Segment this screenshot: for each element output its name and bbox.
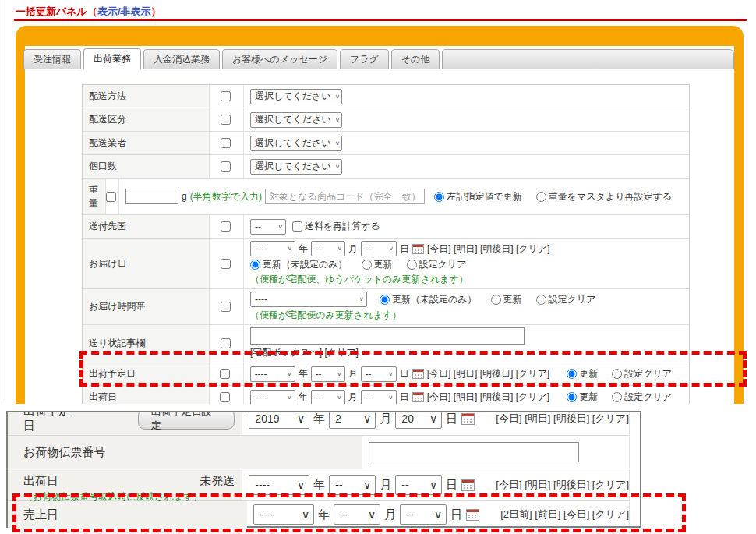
detail-slip-label: お荷物伝票番号: [8, 436, 362, 469]
carrier-select[interactable]: 選択してください∨: [250, 136, 342, 151]
invoice-note-checkbox[interactable]: [221, 338, 231, 348]
detail-ship-date-year-select[interactable]: ----∨: [249, 475, 309, 495]
invoice-note-shortcuts[interactable]: [宅配ボックスへ] [クリア]: [250, 346, 359, 359]
delivery-time-select[interactable]: ----∨: [250, 292, 367, 307]
delivery-method-checkbox[interactable]: [221, 91, 231, 101]
row-label: 配送区分: [83, 108, 210, 131]
chevron-down-icon: ∨: [337, 371, 342, 377]
day-suffix: 日: [450, 507, 462, 522]
detail-ship-date-day-select[interactable]: --∨: [395, 475, 442, 495]
calendar-icon[interactable]: [412, 369, 424, 379]
package-count-select[interactable]: 選択してください∨: [250, 159, 342, 175]
tab-payment[interactable]: 入金消込業務: [143, 49, 220, 69]
tab-flag[interactable]: フラグ: [340, 49, 389, 69]
ship-plan-year-select[interactable]: ----∨: [250, 366, 295, 382]
tab-order-info[interactable]: 受注情報: [23, 49, 81, 69]
shipping-form-table: 配送方法 選択してください∨ 配送区分 選択してください∨ 配送業者 選択してく…: [82, 84, 690, 404]
delivery-time-update-unset-radio[interactable]: [380, 295, 390, 305]
ship-date-checkbox[interactable]: [220, 392, 230, 402]
calendar-icon[interactable]: [466, 509, 479, 521]
delivery-class-checkbox[interactable]: [221, 115, 231, 125]
detail-ship-plan-day-select[interactable]: 20∨: [395, 412, 442, 429]
delivery-date-checkbox[interactable]: [221, 259, 231, 269]
delivery-time-checkbox[interactable]: [221, 302, 231, 312]
chevron-down-icon: ∨: [335, 117, 341, 123]
ship-date-clear-radio[interactable]: [612, 392, 622, 402]
calendar-icon[interactable]: [412, 392, 424, 402]
year-suffix: 年: [318, 507, 330, 522]
chevron-down-icon: ∨: [434, 508, 442, 521]
year-suffix: 年: [313, 478, 325, 493]
detail-ship-date-month-select[interactable]: --∨: [329, 475, 376, 495]
row-label: お届け時間帯: [83, 289, 210, 324]
year-suffix: 年: [299, 391, 308, 404]
chevron-down-icon: ∨: [297, 479, 305, 491]
ship-plan-setting-button[interactable]: 出荷予定日設定: [138, 412, 235, 430]
delivery-time-clear-radio[interactable]: [536, 295, 546, 305]
ship-plan-update-radio[interactable]: [567, 369, 577, 379]
delivery-time-update-radio[interactable]: [491, 295, 501, 305]
month-suffix: 月: [384, 507, 396, 522]
ship-date-update-radio[interactable]: [567, 392, 577, 402]
recalc-shipping-checkbox[interactable]: [292, 221, 302, 232]
calendar-icon[interactable]: [412, 244, 424, 254]
row-invoice-note: 送り状記事欄 [宅配ボックスへ] [クリア]: [83, 325, 689, 362]
date-shortcuts[interactable]: [今日] [明日] [明後日] [クリア]: [427, 367, 550, 380]
row-label: 配送方法: [83, 85, 210, 108]
tab-shipping[interactable]: 出荷業務: [83, 48, 141, 69]
delivery-date-year-select[interactable]: ----∨: [250, 241, 295, 256]
date-shortcuts[interactable]: [今日] [明日] [明後日] [クリア]: [496, 412, 629, 426]
date-shortcuts[interactable]: [2日前] [前日] [今日] [クリア]: [500, 507, 629, 522]
detail-ship-plan-year-select[interactable]: 2019∨: [249, 412, 309, 429]
delivery-date-day-select[interactable]: --∨: [361, 241, 397, 256]
invoice-note-input[interactable]: [250, 327, 525, 345]
month-suffix: 月: [380, 412, 391, 426]
package-count-checkbox[interactable]: [221, 161, 231, 172]
country-checkbox[interactable]: [221, 221, 231, 232]
ship-date-month-select[interactable]: --∨: [311, 390, 345, 405]
detail-ship-plan-month-select[interactable]: 2∨: [329, 412, 376, 429]
weight-from-master-radio[interactable]: [536, 192, 546, 202]
carrier-checkbox[interactable]: [221, 138, 231, 148]
delivery-date-update-unset-radio[interactable]: [250, 260, 260, 270]
delivery-class-select[interactable]: 選択してください∨: [250, 112, 342, 128]
weight-update-specified-radio[interactable]: [434, 192, 444, 202]
delivery-date-clear-radio[interactable]: [407, 260, 417, 270]
detail-sales-year-select[interactable]: ----∨: [253, 504, 314, 525]
chevron-down-icon: ∨: [335, 164, 341, 170]
tab-customer-message[interactable]: お客様へのメッセージ: [222, 49, 337, 69]
ship-plan-month-select[interactable]: --∨: [311, 366, 345, 382]
detail-sales-day-select[interactable]: --∨: [400, 504, 447, 525]
delivery-date-update-radio[interactable]: [362, 260, 372, 270]
row-weight: 重量 g (半角数字で入力) 対象となる商品コード（完全一致） 左記指定値で更新…: [83, 179, 689, 215]
calendar-icon[interactable]: [461, 479, 475, 491]
ship-plan-day-select[interactable]: --∨: [361, 366, 397, 382]
chevron-down-icon: ∨: [429, 412, 437, 425]
ship-date-day-select[interactable]: --∨: [361, 390, 397, 405]
row-label: 個口数: [83, 155, 210, 178]
weight-checkbox[interactable]: [106, 192, 116, 202]
tab-other[interactable]: その他: [391, 49, 440, 69]
row-package-count: 個口数 選択してください∨: [83, 155, 689, 179]
delivery-method-select[interactable]: 選択してください∨: [250, 89, 342, 104]
slip-number-input[interactable]: [369, 442, 579, 462]
country-select[interactable]: --∨: [250, 219, 286, 235]
target-product-code-input[interactable]: 対象となる商品コード（完全一致）: [265, 189, 425, 204]
date-shortcuts[interactable]: [今日] [明日] [明後日] [クリア]: [427, 391, 550, 404]
chevron-down-icon: ∨: [297, 412, 305, 425]
ship-plan-checkbox[interactable]: [220, 369, 230, 379]
ship-date-year-select[interactable]: ----∨: [250, 390, 295, 405]
date-shortcuts[interactable]: [今日] [明日] [明後日] [クリア]: [496, 478, 629, 492]
ship-plan-clear-radio[interactable]: [612, 369, 622, 379]
weight-hint: (半角数字で入力): [190, 190, 262, 203]
date-shortcuts[interactable]: [今日] [明日] [明後日] [クリア]: [427, 242, 550, 256]
day-suffix: 日: [400, 242, 409, 256]
calendar-icon[interactable]: [461, 413, 475, 425]
tab-strip-filler: [442, 49, 734, 69]
delivery-date-month-select[interactable]: --∨: [311, 241, 345, 256]
detail-sales-month-select[interactable]: --∨: [334, 504, 380, 525]
order-detail-section: 出荷予定日 出荷予定日設定 2019∨年 2∨月 20∨日 [今日] [明日] …: [6, 411, 641, 528]
show-hide-link[interactable]: 表示/非表示: [97, 5, 151, 17]
row-label: 送り状記事欄: [83, 325, 210, 362]
weight-input[interactable]: [125, 189, 178, 204]
